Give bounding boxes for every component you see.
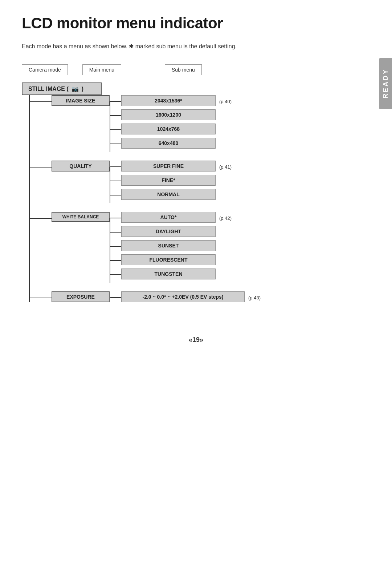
sub-item-row: FLUORESCENT — [110, 254, 232, 267]
sub-item-fluorescent: FLUORESCENT — [121, 254, 216, 265]
sub-items-image-size: 2048x1536* (p.40) 1600x1200 1024x768 — [110, 95, 232, 152]
sub-item-2048: 2048x1536* — [121, 95, 216, 106]
menu-item-row-image-size: IMAGE SIZE 2048x1536* (p.40) — [30, 95, 261, 152]
sub-h-fine — [110, 181, 121, 181]
sub-item-row: AUTO* (p.42) — [110, 212, 232, 224]
sub-item-row: DAYLIGHT — [110, 226, 232, 238]
sub-item-row: 1024x768 — [110, 124, 232, 136]
h-branch-image-size — [30, 101, 52, 102]
camera-mode-header: Camera mode — [22, 64, 68, 75]
h-branch-exposure — [30, 298, 52, 298]
sub-item-row: NORMAL — [110, 189, 232, 201]
subtitle: Each mode has a menu as shown below. ✱ m… — [22, 43, 370, 50]
page-ref-image-size: (p.40) — [219, 99, 232, 104]
sub-item-normal: NORMAL — [121, 189, 216, 200]
sub-h-4 — [110, 144, 121, 144]
still-image-box: STILL IMAGE ( 📷 ) — [22, 82, 102, 95]
sub-item-row: SUNSET — [110, 240, 232, 253]
sub-h-3 — [110, 129, 121, 130]
page-title: LCD monitor menu indicator — [22, 15, 370, 32]
page-ref-wb: (p.42) — [219, 215, 232, 221]
sub-item-row: 2048x1536* (p.40) — [110, 95, 232, 108]
sub-h-fluorescent — [110, 260, 121, 261]
wb-label: WHITE BALANCE — [52, 212, 110, 222]
sub-item-1600: 1600x1200 — [121, 109, 216, 120]
sub-item-exposure-range: -2.0 ~ 0.0* ~ +2.0EV (0.5 EV steps) — [121, 291, 245, 302]
menu-item-row-exposure: EXPOSURE -2.0 ~ 0.0* ~ +2.0EV (0.5 EV st… — [30, 291, 261, 306]
quality-label: QUALITY — [52, 161, 110, 172]
sub-items-exposure: -2.0 ~ 0.0* ~ +2.0EV (0.5 EV steps) (p.4… — [110, 291, 261, 306]
sub-item-row: -2.0 ~ 0.0* ~ +2.0EV (0.5 EV steps) (p.4… — [110, 291, 261, 304]
sub-h-sf — [110, 166, 121, 167]
main-menu-header: Main menu — [82, 64, 121, 75]
page-number: «19» — [22, 336, 370, 344]
sub-item-tungsten: TUNGSTEN — [121, 269, 216, 279]
sub-item-auto: AUTO* — [121, 212, 216, 223]
sub-h-normal — [110, 195, 121, 195]
header-row: Camera mode Main menu Sub menu — [22, 64, 370, 75]
sub-items-wb: AUTO* (p.42) DAYLIGHT SUNSET — [110, 212, 232, 283]
sub-items-quality: SUPER FINE (p.41) FINE* NORMAL — [110, 161, 232, 203]
menu-item-row-wb: WHITE BALANCE AUTO* (p.42) — [30, 212, 261, 283]
menu-item-row-quality: QUALITY SUPER FINE (p.41) — [30, 161, 261, 203]
sub-h-sunset — [110, 246, 121, 247]
sub-item-row: 640x480 — [110, 138, 232, 150]
sub-h-tungsten — [110, 274, 121, 275]
camera-icon: 📷 — [72, 85, 79, 92]
image-size-label: IMAGE SIZE — [52, 95, 110, 106]
h-branch-quality — [30, 167, 52, 168]
sub-item-sunset: SUNSET — [121, 240, 216, 251]
sub-h-1 — [110, 101, 121, 102]
sub-h-exp — [110, 297, 121, 298]
sub-h-auto — [110, 218, 121, 218]
page-ref-exposure: (p.43) — [248, 295, 261, 300]
sub-item-row: TUNGSTEN — [110, 269, 232, 281]
still-image-label: STILL IMAGE ( — [28, 86, 69, 92]
sub-item-row: 1600x1200 — [110, 109, 232, 122]
exposure-label: EXPOSURE — [52, 291, 110, 302]
sub-item-superfine: SUPER FINE — [121, 161, 216, 172]
page-ref-quality: (p.41) — [219, 164, 232, 170]
still-image-close: ) — [82, 86, 83, 92]
menu-items-column: IMAGE SIZE 2048x1536* (p.40) — [30, 95, 261, 314]
h-branch-wb — [30, 218, 52, 219]
sub-h-2 — [110, 115, 121, 116]
sub-item-fine: FINE* — [121, 175, 216, 186]
sub-item-row: SUPER FINE (p.41) — [110, 161, 232, 173]
sub-item-daylight: DAYLIGHT — [121, 226, 216, 237]
sub-h-daylight — [110, 232, 121, 233]
sub-item-row: FINE* — [110, 175, 232, 187]
sub-menu-header: Sub menu — [165, 64, 202, 75]
sub-item-1024: 1024x768 — [121, 124, 216, 134]
page-container: LCD monitor menu indicator Each mode has… — [0, 0, 392, 366]
sub-item-640: 640x480 — [121, 138, 216, 149]
